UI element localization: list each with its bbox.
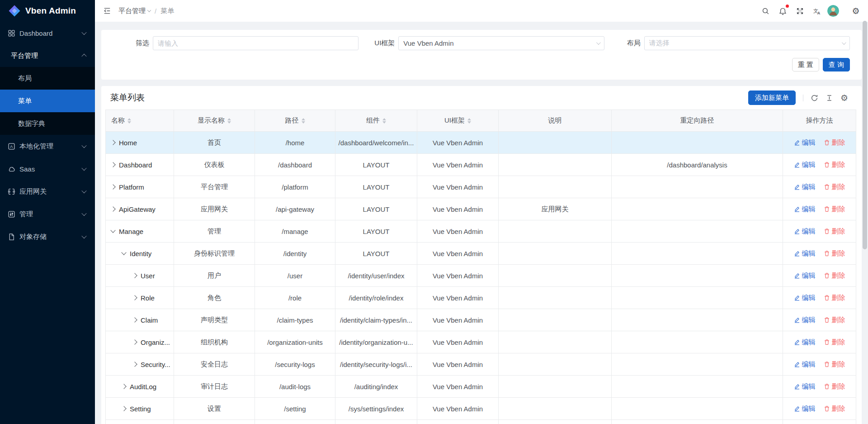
edit-button[interactable]: 编辑	[794, 316, 816, 324]
column-header[interactable]: 说明	[499, 110, 612, 131]
sidebar-item-localization[interactable]: A 本地化管理	[0, 135, 95, 157]
table-row[interactable]: Manage 管理 /manage LAYOUT Vue Vben Admin	[106, 220, 856, 243]
framework-select[interactable]: Vue Vben Admin	[398, 36, 604, 50]
sort-carets[interactable]	[302, 118, 305, 124]
column-header[interactable]: 组件	[335, 110, 417, 131]
column-header[interactable]: 名称	[106, 110, 174, 131]
table-row[interactable]: AuditLog 审计日志 /audit-logs /auditing/inde…	[106, 376, 856, 398]
table-row[interactable]: Claim 声明类型 /claim-types /identity/claim-…	[106, 309, 856, 331]
table-row[interactable]: User 用户 /user /identity/user/index Vue V…	[106, 265, 856, 287]
sidebar-item-data-dictionary[interactable]: 数据字典	[0, 112, 95, 135]
sidebar-item-platform-management[interactable]: 平台管理	[0, 44, 95, 67]
column-header[interactable]: UI框架	[417, 110, 499, 131]
column-header[interactable]: 路径	[255, 110, 335, 131]
table-row[interactable]: Dashboard 仪表板 /dashboard LAYOUT Vue Vben…	[106, 154, 856, 176]
settings-gear-icon[interactable]: ⚙	[849, 4, 863, 18]
cell-name: Dashboard	[106, 154, 174, 176]
delete-button[interactable]: 删除	[824, 227, 845, 236]
edit-button[interactable]: 编辑	[794, 382, 816, 391]
expand-chevron-icon[interactable]	[121, 384, 126, 389]
delete-button[interactable]: 删除	[824, 338, 845, 347]
brand[interactable]: Vben Admin	[0, 0, 95, 22]
sidebar-item-object-storage[interactable]: 对象存储	[0, 225, 95, 248]
avatar[interactable]	[827, 5, 839, 17]
column-header[interactable]: 重定向路径	[612, 110, 783, 131]
search-icon[interactable]	[759, 4, 772, 18]
delete-button[interactable]: 删除	[824, 205, 845, 214]
expand-chevron-icon[interactable]	[110, 228, 115, 233]
table-row[interactable]: Identity 身份标识管理 /identity LAYOUT Vue Vbe…	[106, 243, 856, 265]
sidebar-item-management[interactable]: 管理	[0, 203, 95, 225]
edit-button[interactable]: 编辑	[794, 227, 816, 236]
expand-chevron-icon[interactable]	[132, 317, 137, 322]
delete-button[interactable]: 删除	[824, 183, 845, 191]
sort-carets[interactable]	[127, 118, 131, 124]
language-icon[interactable]: 文A	[810, 4, 824, 18]
delete-button[interactable]: 删除	[824, 316, 845, 324]
filter-keyword-input[interactable]	[153, 36, 359, 50]
table-row[interactable]: Platform 平台管理 /platform LAYOUT Vue Vben …	[106, 176, 856, 198]
row-height-icon[interactable]	[826, 94, 833, 102]
cell-display-name: 安全日志	[174, 353, 255, 375]
notification-bell-icon[interactable]	[776, 4, 789, 18]
expand-chevron-icon[interactable]	[121, 250, 126, 255]
refresh-icon[interactable]	[811, 94, 818, 102]
expand-chevron-icon[interactable]	[132, 339, 137, 344]
translate-icon: A	[8, 143, 15, 150]
edit-button[interactable]: 编辑	[794, 161, 816, 169]
sidebar-item-menu[interactable]: 菜单	[0, 90, 95, 112]
sort-carets[interactable]	[382, 118, 386, 124]
table-row[interactable]: Home 首页 /home /dashboard/welcome/in... V…	[106, 132, 856, 154]
fullscreen-icon[interactable]	[793, 4, 807, 18]
sort-carets[interactable]	[227, 118, 231, 124]
sidebar-item-saas[interactable]: Saas	[0, 157, 95, 180]
expand-chevron-icon[interactable]	[110, 206, 115, 211]
delete-button[interactable]: 删除	[824, 161, 845, 169]
delete-label: 删除	[832, 183, 845, 191]
edit-button[interactable]: 编辑	[794, 272, 816, 280]
sidebar-item-dashboard[interactable]: Dashboard	[0, 22, 95, 44]
column-header-label: 组件	[366, 116, 380, 125]
edit-button[interactable]: 编辑	[794, 294, 816, 302]
edit-button[interactable]: 编辑	[794, 338, 816, 347]
edit-button[interactable]: 编辑	[794, 205, 816, 214]
edit-button[interactable]: 编辑	[794, 183, 816, 191]
edit-button[interactable]: 编辑	[794, 360, 816, 369]
scrollbar-thumb[interactable]	[863, 21, 867, 249]
delete-button[interactable]: 删除	[824, 382, 845, 391]
table-row[interactable]: Role 角色 /role /identity/role/index Vue V…	[106, 287, 856, 309]
table-row[interactable]: Setting 设置 /setting /sys/settings/index …	[106, 398, 856, 420]
expand-chevron-icon[interactable]	[110, 162, 115, 167]
table-row[interactable]: Organiz... 组织机构 /organization-units /ide…	[106, 331, 856, 353]
sidebar-item-layout[interactable]: 布局	[0, 67, 95, 90]
delete-button[interactable]: 删除	[824, 138, 845, 147]
breadcrumb-parent[interactable]: 平台管理	[118, 7, 151, 15]
delete-button[interactable]: 删除	[824, 249, 845, 258]
delete-button[interactable]: 删除	[824, 360, 845, 369]
column-header[interactable]: 显示名称	[174, 110, 255, 131]
delete-button[interactable]: 删除	[824, 294, 845, 302]
edit-button[interactable]: 编辑	[794, 249, 816, 258]
expand-chevron-icon[interactable]	[132, 295, 137, 300]
edit-button[interactable]: 编辑	[794, 405, 816, 413]
expand-chevron-icon[interactable]	[110, 184, 115, 189]
sort-carets[interactable]	[467, 118, 471, 124]
delete-button[interactable]: 删除	[824, 405, 845, 413]
expand-chevron-icon[interactable]	[132, 273, 137, 278]
expand-chevron-icon[interactable]	[110, 140, 115, 145]
filter-framework-group: UI框架 Vue Vben Admin	[359, 36, 604, 50]
table-row[interactable]: ApiGateway 应用网关 /api-gateway LAYOUT Vue …	[106, 198, 856, 220]
layout-select[interactable]: 请选择	[644, 36, 850, 50]
table-row[interactable]: Security... 安全日志 /security-logs /identit…	[106, 353, 856, 376]
add-menu-button[interactable]: 添加新菜单	[748, 91, 796, 105]
sidebar-item-app-gateway[interactable]: 应用网关	[0, 180, 95, 203]
column-settings-icon[interactable]: ⚙	[840, 94, 848, 102]
reset-button[interactable]: 重 置	[792, 58, 819, 71]
sidebar-fold-icon[interactable]	[100, 4, 114, 18]
search-button[interactable]: 查 询	[823, 58, 850, 71]
delete-button[interactable]: 删除	[824, 272, 845, 280]
expand-chevron-icon[interactable]	[132, 362, 137, 367]
edit-button[interactable]: 编辑	[794, 138, 816, 147]
column-header[interactable]: 操作方法	[783, 110, 856, 131]
expand-chevron-icon[interactable]	[121, 406, 126, 411]
